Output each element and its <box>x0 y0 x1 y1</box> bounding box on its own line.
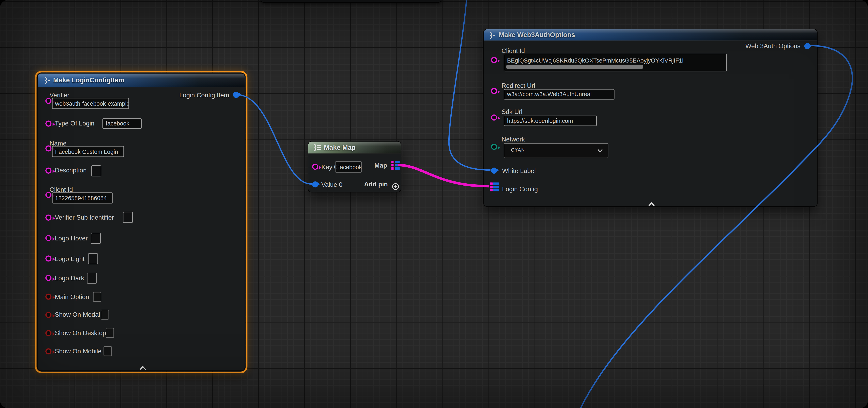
offscreen-node-bottom-edge[interactable] <box>260 0 442 3</box>
checkbox-show-on-desktop[interactable] <box>106 328 114 338</box>
pin-show-on-modal[interactable] <box>45 312 52 318</box>
blueprint-editor: Make LoginConfigItem Login Config Item V… <box>0 0 868 408</box>
pin-key-0[interactable] <box>312 164 318 170</box>
output-pin-label: Web 3Auth Options <box>745 43 801 49</box>
pin-network[interactable] <box>491 143 497 149</box>
add-pin-label: Add pin <box>364 181 388 188</box>
pin-label-show-on-modal: Show On Modal <box>55 311 100 318</box>
pin-label-client-id: Client Id <box>501 48 525 55</box>
output-pin-map[interactable] <box>391 161 400 170</box>
network-dropdown[interactable]: CYAN <box>504 143 608 158</box>
checkbox-show-on-modal[interactable] <box>101 310 109 319</box>
field-name[interactable]: Facebook Custom Login <box>52 146 124 157</box>
field-key-0[interactable]: facebook <box>335 161 362 172</box>
node-header[interactable]: Make LoginConfigItem <box>38 73 245 88</box>
node-make-map[interactable]: Make Map Key 0 facebook Value 0 Map Add … <box>308 141 401 193</box>
collapse-chevron-icon[interactable] <box>140 363 146 372</box>
pin-label-name: Name <box>50 140 67 146</box>
checkbox-show-on-mobile[interactable] <box>103 346 112 356</box>
pin-label-type-of-login: Type Of Login <box>55 120 94 127</box>
output-pin-login-config-item[interactable] <box>233 92 239 98</box>
pin-label-client-id: Client Id <box>50 186 73 193</box>
pin-client-id[interactable] <box>491 57 497 63</box>
pin-label-white-label: White Label <box>502 167 536 174</box>
pin-label-description: Description <box>55 167 87 174</box>
pin-main-option[interactable] <box>45 294 52 300</box>
field-description-empty[interactable] <box>91 165 101 176</box>
pin-verifier-sub-identifier[interactable] <box>45 214 52 220</box>
pin-name[interactable] <box>45 145 52 151</box>
node-header[interactable]: Make Map <box>308 141 401 154</box>
chevron-down-icon <box>597 149 603 152</box>
field-client-id[interactable]: BEglQSgt4cUWcj6SKRdu5QkOXTsePmMcusG5EAoy… <box>504 54 727 71</box>
node-header[interactable]: Make Web3AuthOptions <box>484 29 817 41</box>
add-pin-button[interactable] <box>392 182 399 192</box>
node-make-login-config-item[interactable]: Make LoginConfigItem Login Config Item V… <box>37 73 245 371</box>
output-pin-label: Map <box>374 162 387 169</box>
pin-label-login-config: Login Config <box>502 185 538 192</box>
field-logo-light-empty[interactable] <box>88 253 98 264</box>
pin-white-label[interactable] <box>491 168 497 174</box>
node-title: Make LoginConfigItem <box>53 76 124 84</box>
pin-logo-hover[interactable] <box>45 235 52 241</box>
field-redirect-url[interactable]: w3a://com.w3a.Web3AuthUnreal <box>504 89 614 100</box>
pin-type-of-login[interactable] <box>45 120 52 126</box>
field-sdk-url[interactable]: https://sdk.openlogin.com <box>504 115 597 126</box>
field-type-of-login[interactable]: facebook <box>102 118 142 129</box>
pin-label-verifier-sub-identifier: Verifier Sub Identifier <box>55 214 114 221</box>
pin-login-config[interactable] <box>490 182 498 191</box>
field-logo-dark-empty[interactable] <box>87 273 97 284</box>
pin-description[interactable] <box>45 167 52 173</box>
pin-logo-dark[interactable] <box>45 275 52 281</box>
pin-label-logo-dark: Logo Dark <box>55 275 84 281</box>
pin-label-logo-light: Logo Light <box>55 255 85 262</box>
network-dropdown-value: CYAN <box>511 147 525 152</box>
wire-login-config-item-to-value0[interactable] <box>236 95 312 184</box>
node-title: Make Map <box>324 144 355 151</box>
pin-label-logo-hover: Logo Hover <box>55 235 88 241</box>
make-map-icon <box>313 144 322 154</box>
collapse-chevron-icon[interactable] <box>648 199 655 209</box>
pin-label-network: Network <box>501 136 525 143</box>
pin-value-0[interactable] <box>312 181 318 188</box>
make-struct-icon <box>42 76 51 87</box>
field-client-id[interactable]: 1222658941886084 <box>52 192 113 203</box>
make-struct-icon <box>488 31 496 41</box>
blueprint-graph-canvas[interactable]: Make LoginConfigItem Login Config Item V… <box>0 0 868 408</box>
pin-label-main-option: Main Option <box>55 293 89 300</box>
pin-label-verifier: Verifier <box>50 92 69 99</box>
field-verifier-sub-identifier-empty[interactable] <box>123 212 133 223</box>
node-title: Make Web3AuthOptions <box>499 31 575 39</box>
pin-show-on-mobile[interactable] <box>45 348 52 354</box>
checkbox-main-option[interactable] <box>93 292 101 302</box>
output-pin-label: Login Config Item <box>179 92 229 98</box>
pin-label-show-on-desktop: Show On Desktop <box>55 330 106 336</box>
output-pin-web3auth-options[interactable] <box>804 43 810 49</box>
pin-sdk-url[interactable] <box>491 114 497 120</box>
pin-client-id[interactable] <box>45 192 52 198</box>
pin-label-redirect-url: Redirect Url <box>501 82 535 89</box>
pin-label-show-on-mobile: Show On Mobile <box>55 348 101 354</box>
pin-label-sdk-url: Sdk Url <box>501 108 522 115</box>
pin-redirect-url[interactable] <box>491 88 497 94</box>
node-make-web3auth-options[interactable]: Make Web3AuthOptions Web 3Auth Options C… <box>483 29 817 207</box>
selection-border <box>35 70 247 373</box>
field-logo-hover-empty[interactable] <box>91 233 101 244</box>
field-client-id-text: BEglQSgt4cUWcj6SKRdu5QkOXTsePmMcusG5EAoy… <box>507 57 683 64</box>
field-client-id-scrollbar[interactable] <box>506 65 643 69</box>
field-verifier[interactable]: web3auth-facebook-example <box>52 98 129 109</box>
pin-logo-light[interactable] <box>45 256 52 262</box>
pin-label-value-0: Value 0 <box>321 181 342 188</box>
pin-show-on-desktop[interactable] <box>45 330 52 336</box>
wire-map-to-login-config[interactable] <box>398 165 489 186</box>
